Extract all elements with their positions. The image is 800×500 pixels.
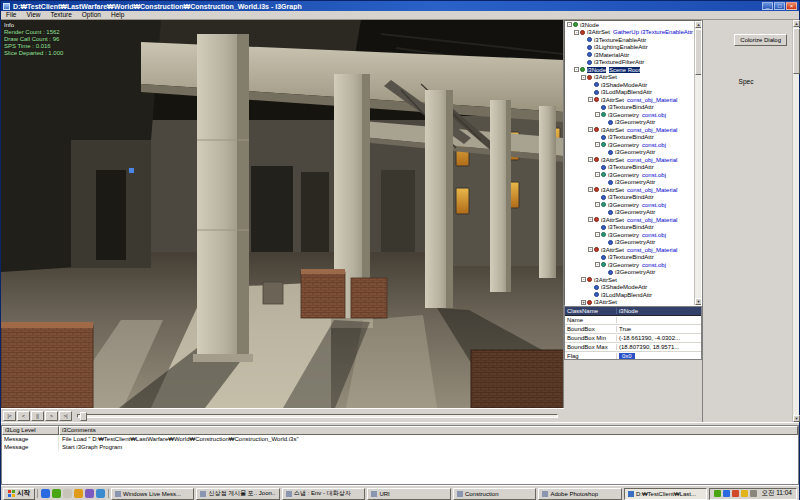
tree-item[interactable]: +i3AttrSet bbox=[565, 299, 694, 306]
property-row[interactable]: Flag0x0 bbox=[565, 352, 701, 360]
expand-toggle-icon[interactable]: - bbox=[574, 30, 579, 35]
viewport-3d[interactable]: InfoRender Count : 1562Draw Call Count :… bbox=[1, 20, 564, 408]
log-column-level[interactable]: i3Log Level bbox=[2, 426, 59, 435]
quicklaunch-icon[interactable] bbox=[96, 489, 105, 498]
taskbar-task[interactable]: 신상점 게시물 포.. Joon.. bbox=[196, 488, 279, 500]
menu-view[interactable]: View bbox=[21, 11, 45, 19]
tree-item[interactable]: -i3AttrSetconst_obj_Material bbox=[565, 156, 694, 164]
tree-item[interactable]: -i3AttrSet bbox=[565, 276, 694, 284]
tree-item[interactable]: i3TextureBindAttr bbox=[565, 224, 694, 232]
timeline-thumb[interactable] bbox=[80, 412, 87, 421]
timeline-slider[interactable] bbox=[77, 414, 558, 418]
tree-item[interactable]: i3ShadeModeAttr bbox=[565, 81, 694, 89]
tree-item[interactable]: -i3NodeScene Root bbox=[565, 66, 694, 74]
tree-item[interactable]: -i3Geometryconst.obj bbox=[565, 231, 694, 239]
tree-item[interactable]: i3TextureBindAttr bbox=[565, 104, 694, 112]
log-row[interactable]: MessageStart i3Graph Program bbox=[2, 443, 798, 451]
transport-button[interactable]: >| bbox=[59, 411, 72, 421]
scroll-down-icon[interactable]: ▼ bbox=[695, 298, 702, 305]
tree-item[interactable]: -i3AttrSet bbox=[565, 74, 694, 82]
tree-item[interactable]: i3GeometryAttr bbox=[565, 269, 694, 277]
quicklaunch-icon[interactable] bbox=[85, 489, 94, 498]
tree-item[interactable]: -i3AttrSetconst_obj_Material bbox=[565, 96, 694, 104]
expand-toggle-icon[interactable]: - bbox=[588, 127, 593, 132]
expand-toggle-icon[interactable]: - bbox=[595, 112, 600, 117]
titlebar[interactable]: D:₩TestClient₩LastWarfare₩World₩Construc… bbox=[1, 1, 799, 11]
quicklaunch-icon[interactable] bbox=[41, 489, 50, 498]
tree-item[interactable]: -i3Geometryconst.obj bbox=[565, 111, 694, 119]
tree-item[interactable]: i3MaterialAttr bbox=[565, 51, 694, 59]
expand-toggle-icon[interactable]: - bbox=[595, 172, 600, 177]
menu-option[interactable]: Option bbox=[77, 11, 106, 19]
menu-texture[interactable]: Texture bbox=[45, 11, 76, 19]
tree-scroll-thumb[interactable] bbox=[695, 29, 702, 75]
maximize-button[interactable]: □ bbox=[774, 2, 785, 10]
tree-item[interactable]: i3TextureEnableAttr bbox=[565, 36, 694, 44]
expand-toggle-icon[interactable]: - bbox=[595, 202, 600, 207]
tree-item[interactable]: i3GeometryAttr bbox=[565, 179, 694, 187]
expand-toggle-icon[interactable]: - bbox=[581, 277, 586, 282]
taskbar-task[interactable]: Windows Live Mess... bbox=[111, 488, 194, 500]
taskbar-task[interactable]: 스냅 : Env - 대화상자 bbox=[282, 488, 365, 500]
expand-toggle-icon[interactable]: - bbox=[595, 142, 600, 147]
tree-item[interactable]: i3TextureBindAttr bbox=[565, 164, 694, 172]
tree-item[interactable]: -i3AttrSetconst_obj_Material bbox=[565, 216, 694, 224]
tree-item[interactable]: i3TextureBindAttr bbox=[565, 134, 694, 142]
expand-toggle-icon[interactable]: - bbox=[588, 97, 593, 102]
tree-item[interactable]: -i3Geometryconst.obj bbox=[565, 201, 694, 209]
taskbar-task[interactable]: Construction bbox=[453, 488, 536, 500]
tree-item[interactable]: -i3Geometryconst.obj bbox=[565, 261, 694, 269]
tree-item[interactable]: i3LodMapBlendAttr bbox=[565, 291, 694, 299]
tree-item[interactable]: i3GeometryAttr bbox=[565, 119, 694, 127]
expand-toggle-icon[interactable]: - bbox=[567, 22, 572, 27]
tray-icon[interactable] bbox=[741, 490, 748, 497]
transport-button[interactable]: || bbox=[31, 411, 44, 421]
transport-button[interactable]: |< bbox=[3, 411, 16, 421]
property-row[interactable]: Name bbox=[565, 316, 701, 325]
tree-item[interactable]: -i3Geometryconst.obj bbox=[565, 141, 694, 149]
tree-item[interactable]: i3LightingEnableAttr bbox=[565, 44, 694, 52]
expand-toggle-icon[interactable]: + bbox=[581, 300, 586, 305]
expand-toggle-icon[interactable]: - bbox=[588, 247, 593, 252]
quicklaunch-icon[interactable] bbox=[52, 489, 61, 498]
menu-file[interactable]: File bbox=[1, 11, 21, 19]
scroll-down-icon[interactable]: ▼ bbox=[793, 415, 800, 422]
expand-toggle-icon[interactable]: - bbox=[595, 232, 600, 237]
tree-item[interactable]: i3TextureBindAttr bbox=[565, 254, 694, 262]
tree-scrollbar[interactable]: ▲ ▼ bbox=[694, 21, 701, 305]
tree-item[interactable]: -i3AttrSetGatherUp i3TextureEnableAttr bbox=[565, 29, 694, 37]
expand-toggle-icon[interactable]: - bbox=[574, 67, 579, 72]
side-panel-scrollbar[interactable]: ▲ ▼ bbox=[792, 20, 799, 422]
tray-icon[interactable] bbox=[714, 490, 721, 497]
taskbar-task[interactable]: Adobe Photoshop bbox=[538, 488, 621, 500]
tree-item[interactable]: -i3Node bbox=[565, 21, 694, 29]
expand-toggle-icon[interactable]: - bbox=[588, 157, 593, 162]
colorize-dialog-button[interactable]: Colorize Dialog bbox=[734, 34, 787, 46]
expand-toggle-icon[interactable]: - bbox=[588, 217, 593, 222]
log-row[interactable]: MessageFile Load " D:₩TestClient₩LastWar… bbox=[2, 435, 798, 443]
tree-item[interactable]: i3GeometryAttr bbox=[565, 149, 694, 157]
quicklaunch-icon[interactable] bbox=[63, 489, 72, 498]
tree-item[interactable]: -i3Geometryconst.obj bbox=[565, 171, 694, 179]
quicklaunch-icon[interactable] bbox=[74, 489, 83, 498]
tree-item[interactable]: i3TextureBindAttr bbox=[565, 194, 694, 202]
close-button[interactable]: × bbox=[786, 2, 797, 10]
tree-item[interactable]: -i3AttrSetconst_obj_Material bbox=[565, 246, 694, 254]
property-row[interactable]: BoundBox Min(-18.661390, -4.0302... bbox=[565, 334, 701, 343]
expand-toggle-icon[interactable]: - bbox=[581, 75, 586, 80]
tray-icon[interactable] bbox=[732, 490, 739, 497]
scroll-up-icon[interactable]: ▲ bbox=[695, 21, 702, 28]
transport-button[interactable]: < bbox=[17, 411, 30, 421]
scroll-up-icon[interactable]: ▲ bbox=[793, 20, 800, 27]
start-button[interactable]: 시작 bbox=[3, 488, 35, 500]
tree-item[interactable]: -i3AttrSetconst_obj_Material bbox=[565, 126, 694, 134]
tree-item[interactable]: i3TexturedFilterAttr bbox=[565, 59, 694, 67]
side-scroll-thumb[interactable] bbox=[793, 28, 800, 74]
tree-item[interactable]: -i3AttrSetconst_obj_Material bbox=[565, 186, 694, 194]
minimize-button[interactable]: _ bbox=[762, 2, 773, 10]
expand-toggle-icon[interactable]: - bbox=[595, 262, 600, 267]
tree-item[interactable]: i3LodMapBlendAttr bbox=[565, 89, 694, 97]
property-row[interactable]: BoundBoxTrue bbox=[565, 325, 701, 334]
tree-item[interactable]: i3GeometryAttr bbox=[565, 209, 694, 217]
menu-help[interactable]: Help bbox=[106, 11, 129, 19]
